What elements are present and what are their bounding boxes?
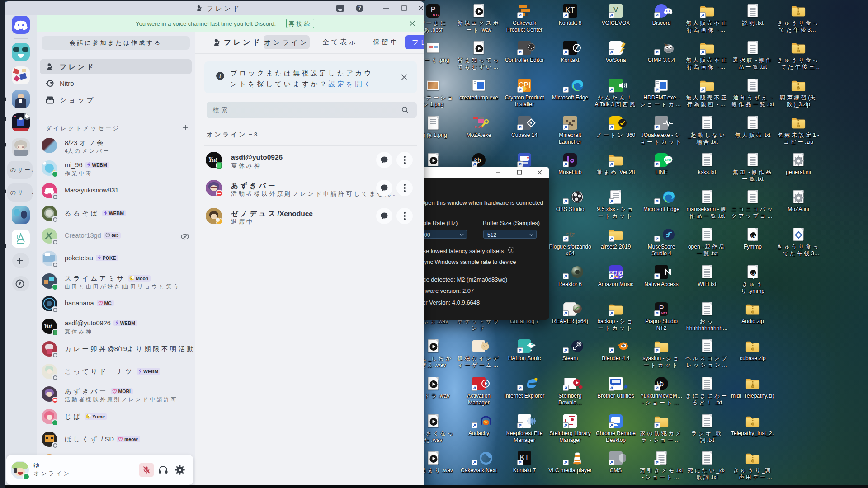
svg-text:LINE: LINE [665, 159, 671, 161]
